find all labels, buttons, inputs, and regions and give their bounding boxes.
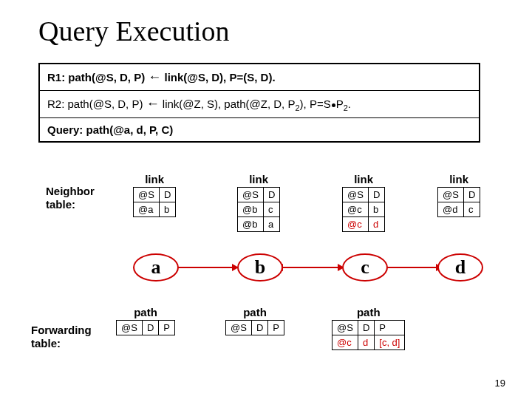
neighbor-table-label: Neighbortable: [46, 185, 95, 211]
link-table-d: link @SD @dc [437, 173, 480, 217]
edge-c-d [381, 267, 442, 268]
forwarding-table-label: Forwardingtable: [31, 324, 92, 350]
rule-r1: R1: path(@S, D, P) ← link(@S, D), P=(S, … [40, 64, 479, 91]
path-table-b: path @SDP [225, 306, 284, 335]
node-d: d [437, 253, 483, 282]
slide-number: 19 [495, 378, 505, 389]
link-table-a: link @SD @ab [133, 173, 176, 217]
path-table-c: path @SDP @cd[c, d] [332, 306, 405, 350]
node-c: c [342, 253, 388, 282]
link-table-c: link @SD @cb @cd [342, 173, 385, 232]
node-b: b [237, 253, 283, 282]
rule-query: Query: path(@a, d, P, C) [40, 118, 479, 141]
edge-b-c [277, 267, 344, 268]
slide-title: Query Execution [38, 15, 230, 47]
edge-a-b [171, 267, 238, 268]
path-table-a: path @SDP [116, 306, 175, 335]
link-table-b: link @SD @bc @ba [237, 173, 280, 232]
rules-box: R1: path(@S, D, P) ← link(@S, D), P=(S, … [38, 63, 480, 143]
node-a: a [133, 253, 179, 282]
rule-r2: R2: path(@S, D, P) ← link(@Z, S), path(@… [40, 91, 479, 118]
